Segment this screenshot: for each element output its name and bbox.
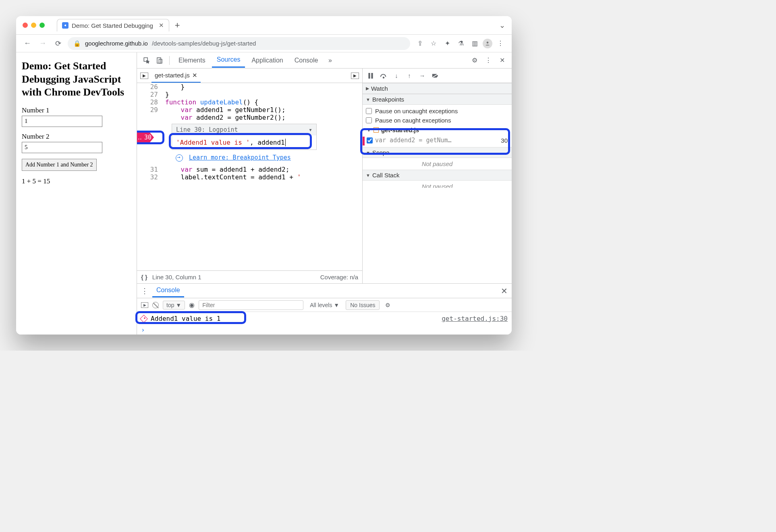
code-editor[interactable]: ‥30 26 } 27} 28function updateLabel() { … [137,83,362,270]
console-settings-icon[interactable]: ⚙ [385,302,390,308]
bookmark-icon[interactable]: ☆ [428,38,439,49]
reload-button[interactable]: ⟳ [52,38,64,49]
url-field[interactable]: 🔒 googlechrome.github.io/devtools-sample… [68,37,410,50]
navigator-toggle-icon[interactable]: ▶ [140,73,148,79]
pause-icon[interactable] [366,71,376,81]
tab-console[interactable]: Console [290,54,323,67]
more-files-icon[interactable]: ▶ [351,73,359,79]
close-window-icon[interactable] [23,23,28,28]
maximize-window-icon[interactable] [39,23,45,28]
console-toolbar: ▶ top ▼ ◉ All levels ▼ No Issues ⚙ [137,298,512,312]
arrow-circle-icon [176,154,183,162]
chevron-down-icon[interactable]: ▾ [309,126,312,133]
new-tab-button[interactable]: + [175,20,180,31]
pause-uncaught-checkbox[interactable]: Pause on uncaught exceptions [366,106,508,116]
watch-section[interactable]: ▶Watch [363,83,512,94]
step-into-icon[interactable]: ↓ [392,71,401,81]
number-2-input[interactable] [22,142,102,153]
debugger-sidebar: ↓ ↑ → ▶Watch ▼Breakpoints Pause on uncau… [363,69,512,283]
logpoint-header[interactable]: Line 30: Logpoint ▾ [172,124,316,135]
log-source-link[interactable]: get-started.js:30 [442,315,508,322]
more-tabs-icon[interactable]: » [324,55,336,66]
breakpoints-section[interactable]: ▼Breakpoints [363,94,512,105]
add-button[interactable]: Add Number 1 and Number 2 [22,159,97,171]
file-tab-label: get-started.js [155,72,190,79]
close-tab-icon[interactable]: ✕ [159,22,164,29]
drawer-tab-console[interactable]: Console [152,284,184,297]
svg-point-6 [383,77,384,78]
profile-avatar-icon[interactable] [483,39,492,48]
logpoint-file-icon [373,127,379,133]
page-title: Demo: Get Started Debugging JavaScript w… [22,60,131,99]
svg-rect-4 [368,73,370,79]
pretty-print-icon[interactable]: { } [141,274,147,281]
breakpoint-pink-indicator [363,137,365,145]
address-bar: ← → ⟳ 🔒 googlechrome.github.io/devtools-… [16,35,512,52]
log-message: Addend1 value is 1 [151,315,220,322]
back-button[interactable]: ← [22,38,33,49]
device-toolbar-icon[interactable] [154,55,165,66]
labs-flask-icon[interactable]: ⚗ [455,38,467,49]
close-drawer-icon[interactable]: ✕ [501,286,508,296]
console-sidebar-toggle-icon[interactable]: ▶ [141,302,148,308]
live-expression-icon[interactable]: ◉ [189,301,195,309]
file-tab[interactable]: get-started.js ✕ [151,69,201,83]
context-selector[interactable]: top ▼ [163,301,185,310]
source-panel: ▶ get-started.js ✕ ▶ ‥30 26 } 27} [137,69,363,283]
scope-section[interactable]: ▼Scope [363,147,512,158]
step-icon[interactable]: → [417,71,427,81]
browser-tab[interactable]: Demo: Get Started Debugging ✕ [57,19,169,31]
number-1-input[interactable] [22,116,102,127]
call-stack-section[interactable]: ▼Call Stack [363,170,512,181]
inspect-element-icon[interactable] [141,55,152,66]
reading-list-icon[interactable]: ▥ [469,38,480,49]
close-file-icon[interactable]: ✕ [192,72,197,79]
console-filter-input[interactable] [199,300,303,310]
console-log-row: Addend1 value is 1 get-started.js:30 [141,314,508,324]
log-levels-selector[interactable]: All levels ▼ [307,301,342,309]
svg-point-0 [487,42,489,44]
chrome-menu-icon[interactable]: ⋮ [495,38,506,49]
step-out-icon[interactable]: ↑ [405,71,414,81]
devtools-menu-icon[interactable]: ⋮ [483,55,494,66]
label-number-2: Number 2 [22,133,131,141]
favicon-icon [62,22,68,29]
console-prompt[interactable]: › [137,325,512,335]
tab-sources[interactable]: Sources [212,53,245,68]
pause-caught-checkbox[interactable]: Pause on caught exceptions [366,116,508,125]
logpoint-marker[interactable]: ‥30 [137,133,154,142]
label-number-1: Number 1 [22,106,131,114]
traffic-lights [23,23,45,28]
drawer-menu-icon[interactable]: ⋮ [141,287,148,295]
devtools: Elements Sources Application Console » ⚙… [137,52,512,335]
file-tab-bar: ▶ get-started.js ✕ ▶ [137,69,362,83]
extension-puzzle-icon[interactable]: ✦ [442,38,453,49]
svg-rect-5 [371,73,373,79]
url-path: /devtools-samples/debug-js/get-started [152,40,256,47]
breakpoint-file-row[interactable]: ▼ get-started.js [366,125,508,135]
tab-elements[interactable]: Elements [174,54,210,67]
titlebar: Demo: Get Started Debugging ✕ + ⌄ [16,16,512,35]
minimize-window-icon[interactable] [31,23,36,28]
lock-icon: 🔒 [73,40,81,47]
breakpoint-item[interactable]: var addend2 = getNum… 30 [366,135,508,145]
tab-application[interactable]: Application [247,54,288,67]
clear-console-icon[interactable] [152,302,159,308]
debugger-controls: ↓ ↑ → [363,69,512,83]
close-devtools-icon[interactable]: ✕ [496,55,508,66]
tab-menu-icon[interactable]: ⌄ [499,21,505,30]
no-issues-button[interactable]: No Issues [346,300,380,310]
console-output: Addend1 value is 1 get-started.js:30 [137,312,512,325]
share-icon[interactable]: ⇪ [414,38,425,49]
breakpoint-checkbox[interactable] [367,137,373,143]
browser-window: Demo: Get Started Debugging ✕ + ⌄ ← → ⟳ … [16,16,512,335]
tab-title: Demo: Get Started Debugging [72,22,153,29]
drawer-tabs: ⋮ Console ✕ [137,284,512,298]
callstack-not-paused: Not paused [363,181,512,188]
settings-gear-icon[interactable]: ⚙ [469,55,480,66]
step-over-icon[interactable] [379,71,388,81]
logpoint-editor[interactable]: Line 30: Logpoint ▾ 'Addend1 value is ',… [172,124,317,150]
forward-button[interactable]: → [37,38,48,49]
deactivate-breakpoints-icon[interactable] [430,71,440,81]
learn-more-link[interactable]: Learn more: Breakpoint Types [176,154,362,162]
